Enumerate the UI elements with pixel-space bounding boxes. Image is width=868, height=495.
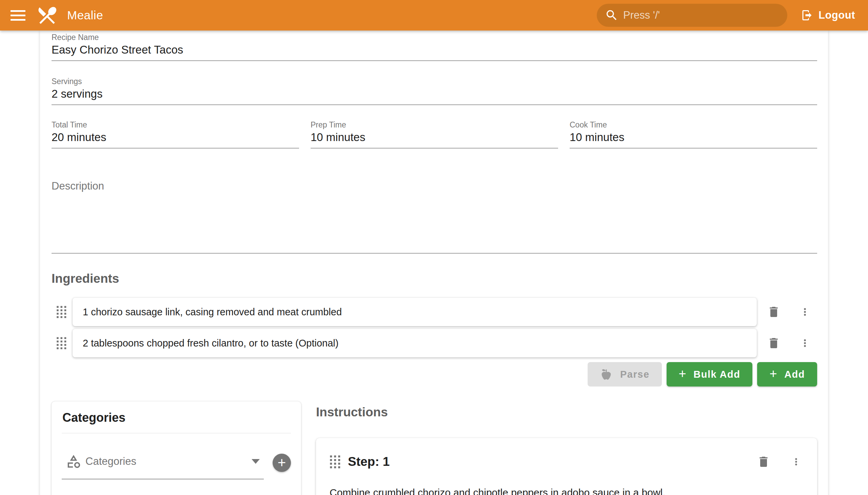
shapes-icon bbox=[66, 454, 81, 469]
description-label: Description bbox=[52, 180, 817, 192]
categories-select-label: Categories bbox=[85, 455, 252, 467]
add-category-button[interactable]: + bbox=[273, 454, 291, 472]
ingredient-actions-row: Parse + Bulk Add + Add bbox=[52, 362, 817, 387]
delete-ingredient-button[interactable] bbox=[766, 304, 782, 320]
apple-icon bbox=[600, 368, 613, 381]
ingredient-menu-button[interactable] bbox=[798, 304, 812, 320]
servings-label: Servings bbox=[52, 76, 817, 86]
app-title: Mealie bbox=[67, 8, 103, 22]
drag-handle-icon[interactable] bbox=[55, 335, 68, 351]
cook-time-value[interactable]: 10 minutes bbox=[569, 130, 817, 145]
logout-label: Logout bbox=[818, 9, 855, 21]
instructions-section: Instructions Step: 1 bbox=[316, 402, 817, 495]
instructions-heading: Instructions bbox=[316, 405, 817, 420]
trash-icon bbox=[757, 455, 770, 468]
bulk-add-button[interactable]: + Bulk Add bbox=[667, 362, 753, 387]
add-label: Add bbox=[784, 369, 805, 380]
add-ingredient-button[interactable]: + Add bbox=[757, 362, 817, 387]
plus-icon: + bbox=[679, 367, 687, 380]
ingredients-heading: Ingredients bbox=[52, 271, 817, 286]
delete-ingredient-button[interactable] bbox=[766, 335, 782, 351]
trash-icon bbox=[767, 305, 781, 319]
delete-step-button[interactable] bbox=[755, 454, 772, 470]
ingredient-input[interactable]: 2 tablespoons chopped fresh cilantro, or… bbox=[72, 329, 757, 357]
step-text-input[interactable]: Combine crumbled chorizo and chipotle pe… bbox=[329, 485, 804, 495]
kebab-menu-icon bbox=[799, 337, 811, 349]
description-value[interactable] bbox=[52, 192, 817, 253]
recipe-name-value[interactable]: Easy Chorizo Street Tacos bbox=[52, 42, 817, 58]
logout-button[interactable]: Logout bbox=[798, 3, 858, 28]
drag-handle-icon[interactable] bbox=[55, 304, 68, 320]
categories-title: Categories bbox=[62, 410, 291, 425]
menu-icon[interactable] bbox=[8, 5, 28, 25]
cook-time-field[interactable]: Cook Time 10 minutes bbox=[569, 120, 817, 149]
ingredient-menu-button[interactable] bbox=[798, 335, 812, 351]
plus-icon: + bbox=[769, 367, 778, 380]
ingredient-text: 1 chorizo sausage link, casing removed a… bbox=[83, 307, 342, 318]
search-icon bbox=[605, 8, 618, 22]
times-row: Total Time 20 minutes Prep Time 10 minut… bbox=[52, 120, 817, 149]
kebab-menu-icon bbox=[791, 456, 802, 467]
search-placeholder: Press '/' bbox=[623, 9, 660, 21]
kebab-menu-icon bbox=[799, 306, 811, 318]
bottom-area: Categories Categories + Instructions bbox=[52, 402, 817, 495]
search-input[interactable]: Press '/' bbox=[597, 4, 787, 27]
trash-icon bbox=[767, 336, 781, 350]
step-title: Step: 1 bbox=[348, 455, 755, 469]
categories-card: Categories Categories + bbox=[52, 402, 301, 495]
total-time-field[interactable]: Total Time 20 minutes bbox=[52, 120, 299, 149]
prep-time-value[interactable]: 10 minutes bbox=[310, 130, 558, 145]
instruction-step-card: Step: 1 Combine crumbled chorizo and chi… bbox=[316, 438, 817, 495]
step-menu-button[interactable] bbox=[789, 454, 803, 470]
total-time-label: Total Time bbox=[52, 120, 299, 130]
servings-value[interactable]: 2 servings bbox=[52, 86, 817, 102]
prep-time-field[interactable]: Prep Time 10 minutes bbox=[310, 120, 558, 149]
step-header: Step: 1 bbox=[329, 453, 804, 471]
categories-select[interactable]: Categories bbox=[62, 454, 264, 479]
description-field[interactable]: Description bbox=[52, 180, 817, 254]
recipe-name-label: Recipe Name bbox=[52, 33, 817, 42]
bulk-add-label: Bulk Add bbox=[693, 369, 740, 380]
servings-field[interactable]: Servings 2 servings bbox=[52, 76, 817, 105]
prep-time-label: Prep Time bbox=[310, 120, 558, 130]
drag-handle-icon[interactable] bbox=[329, 453, 343, 471]
ingredient-row: 2 tablespoons chopped fresh cilantro, or… bbox=[52, 329, 817, 357]
recipe-name-field[interactable]: Recipe Name Easy Chorizo Street Tacos bbox=[52, 33, 817, 61]
ingredient-row: 1 chorizo sausage link, casing removed a… bbox=[52, 298, 817, 326]
plus-icon: + bbox=[278, 454, 286, 471]
categories-select-row: Categories + bbox=[62, 454, 291, 479]
caret-down-icon bbox=[252, 459, 260, 464]
recipe-editor-card: Recipe Name Easy Chorizo Street Tacos Se… bbox=[40, 31, 828, 495]
parse-button[interactable]: Parse bbox=[588, 362, 662, 387]
logout-icon bbox=[801, 9, 813, 21]
app-bar: Mealie Press '/' Logout bbox=[0, 0, 868, 31]
ingredient-text: 2 tablespoons chopped fresh cilantro, or… bbox=[83, 338, 338, 349]
parse-label: Parse bbox=[620, 369, 650, 380]
crossed-fork-knife-icon bbox=[36, 4, 58, 27]
total-time-value[interactable]: 20 minutes bbox=[52, 130, 299, 145]
cook-time-label: Cook Time bbox=[569, 120, 817, 130]
ingredient-input[interactable]: 1 chorizo sausage link, casing removed a… bbox=[72, 298, 757, 326]
